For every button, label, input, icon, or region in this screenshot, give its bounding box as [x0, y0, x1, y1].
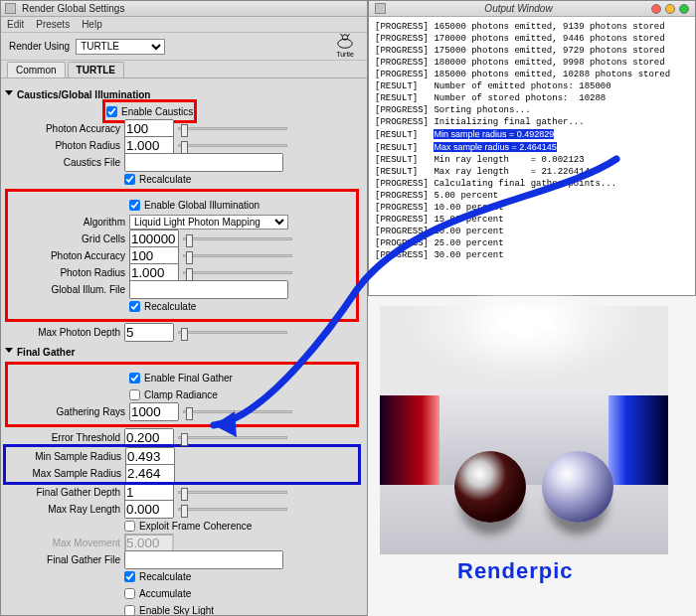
gi-photon-accuracy-slider[interactable]	[183, 254, 292, 257]
max-ray-length-input[interactable]	[124, 500, 174, 519]
sphere-chrome	[454, 451, 526, 523]
enable-final-gather-checkbox[interactable]: Enable Final Gather	[129, 370, 233, 385]
minimize-icon[interactable]	[665, 4, 675, 14]
render-preview-image	[380, 306, 668, 554]
enable-caustics-checkbox[interactable]: Enable Caustics	[106, 103, 193, 119]
menu-edit[interactable]: Edit	[7, 19, 24, 30]
gi-recalculate-checkbox[interactable]: Recalculate	[129, 298, 196, 314]
settings-title: Render Global Settings	[22, 3, 124, 14]
render-using-label: Render Using	[9, 41, 70, 52]
caustics-gi-header[interactable]: Caustics/Global Illumination	[5, 86, 359, 102]
gi-file-input[interactable]	[129, 280, 288, 299]
algorithm-label: Algorithm	[10, 217, 129, 228]
gi-photon-accuracy-label: Photon Accuracy	[10, 250, 129, 261]
render-using-select[interactable]: TURTLE	[76, 39, 165, 55]
max-photon-depth-label: Max Photon Depth	[5, 327, 124, 338]
max-photon-depth-input[interactable]	[124, 323, 174, 342]
max-sample-radius-input[interactable]	[125, 464, 175, 483]
grid-cells-slider[interactable]	[183, 237, 292, 240]
tab-common[interactable]: Common	[7, 62, 66, 77]
photon-radius-slider[interactable]	[178, 144, 287, 147]
tab-turtle[interactable]: TURTLE	[68, 62, 124, 77]
caustics-file-label: Caustics File	[5, 157, 124, 168]
render-global-settings-window: Render Global Settings Edit Presets Help…	[0, 0, 368, 616]
caustics-collapse-icon[interactable]	[5, 90, 13, 99]
output-window: Output Window [PROGRESS] 165000 photons …	[368, 0, 696, 296]
menu-presets[interactable]: Presets	[36, 19, 70, 30]
fg-recalculate-checkbox[interactable]: Recalculate	[124, 568, 191, 584]
fg-file-label: Final Gather File	[5, 554, 124, 565]
grid-cells-label: Grid Cells	[10, 233, 129, 244]
error-threshold-slider[interactable]	[178, 436, 287, 439]
gi-photon-radius-slider[interactable]	[183, 271, 292, 274]
menu-help[interactable]: Help	[82, 19, 102, 30]
gathering-rays-input[interactable]	[129, 402, 179, 421]
close-icon[interactable]	[651, 4, 661, 14]
photon-accuracy-label: Photon Accuracy	[5, 123, 124, 134]
sphere-glass	[542, 451, 613, 523]
final-gather-highlight-box: Enable Final Gather Clamp Radiance Gathe…	[5, 362, 359, 427]
max-sample-radius-label: Max Sample Radius	[6, 468, 125, 479]
settings-titlebar: Render Global Settings	[1, 1, 367, 17]
accumulate-checkbox[interactable]: Accumulate	[124, 585, 191, 601]
fg-depth-label: Final Gather Depth	[5, 487, 124, 498]
settings-tabs: Common TURTLE	[1, 61, 367, 78]
gi-highlight-box: Enable Global Illumination Algorithm Liq…	[5, 189, 359, 322]
gi-file-label: Global Illum. File	[10, 284, 129, 295]
output-title: Output Window	[386, 3, 651, 14]
gathering-rays-label: Gathering Rays	[10, 406, 129, 417]
output-log[interactable]: [PROGRESS] 165000 photons emitted, 9139 …	[369, 17, 695, 295]
max-ray-length-label: Max Ray Length	[5, 504, 124, 515]
algorithm-select[interactable]: Liquid Light Photon Mapping	[129, 215, 288, 230]
turtle-logo: Turtle	[331, 33, 359, 61]
photon-accuracy-slider[interactable]	[178, 127, 287, 130]
gathering-rays-slider[interactable]	[183, 410, 292, 413]
maximize-icon[interactable]	[679, 4, 689, 14]
enable-gi-checkbox[interactable]: Enable Global Illumination	[129, 197, 260, 213]
gi-photon-radius-label: Photon Radius	[10, 267, 129, 278]
photon-radius-label: Photon Radius	[5, 140, 124, 151]
caustics-recalculate-checkbox[interactable]: Recalculate	[124, 171, 191, 187]
final-gather-header[interactable]: Final Gather	[5, 344, 359, 360]
exploit-frame-coherence-checkbox[interactable]: Exploit Frame Coherence	[124, 518, 252, 534]
sample-radius-highlight-box: Min Sample Radius Max Sample Radius	[5, 446, 359, 483]
renderpic-label: Renderpic	[457, 558, 696, 584]
min-sample-radius-label: Min Sample Radius	[6, 451, 125, 462]
output-system-icon	[375, 3, 386, 14]
max-ray-length-slider[interactable]	[178, 508, 287, 511]
fg-collapse-icon[interactable]	[5, 348, 13, 357]
fg-depth-slider[interactable]	[178, 491, 287, 494]
error-threshold-input[interactable]	[124, 428, 174, 447]
window-system-icon	[5, 3, 16, 14]
caustics-file-input[interactable]	[124, 153, 283, 172]
max-photon-depth-slider[interactable]	[178, 331, 287, 334]
enable-skylight-checkbox[interactable]: Enable Sky Light	[124, 602, 214, 615]
fg-file-input[interactable]	[124, 550, 283, 569]
max-movement-label: Max Movement	[5, 538, 124, 548]
error-threshold-label: Error Threshold	[5, 432, 124, 443]
clamp-radiance-checkbox[interactable]: Clamp Radiance	[129, 386, 218, 402]
settings-menubar: Edit Presets Help	[1, 17, 367, 33]
